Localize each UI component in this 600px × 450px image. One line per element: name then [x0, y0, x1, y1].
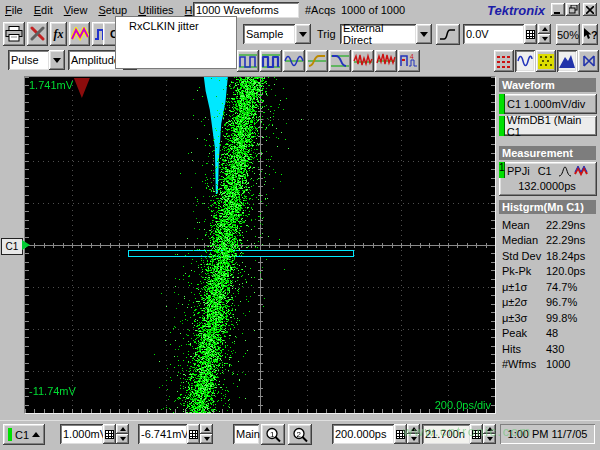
keypad-icon: [105, 430, 114, 439]
svg-text:1: 1: [270, 430, 275, 439]
zoom-1-button[interactable]: 1: [261, 424, 285, 445]
spinner-down-icon[interactable]: [200, 434, 213, 444]
histogram-icon: [558, 53, 576, 69]
fall-time-meas-button[interactable]: [329, 50, 351, 72]
keypad-icon: [396, 430, 405, 439]
restore-button[interactable]: [566, 3, 580, 16]
vertical-offset-input[interactable]: -6.741mV: [138, 424, 187, 444]
spinner-up-icon[interactable]: [116, 424, 129, 434]
period-meas-button[interactable]: [283, 50, 305, 72]
chevron-down-icon[interactable]: [49, 50, 65, 70]
setup-tools-button[interactable]: [27, 22, 48, 46]
pos-width-meas-button[interactable]: [237, 50, 259, 72]
stat-row: μ±2σ96.7%: [497, 295, 600, 311]
channel-select-dropdown[interactable]: C1: [3, 424, 45, 445]
burst-meas-button[interactable]: [352, 50, 374, 72]
spinner-up-icon[interactable]: [538, 24, 551, 34]
context-help-button[interactable]: ?: [582, 24, 598, 45]
menu-view[interactable]: View: [64, 4, 88, 16]
zoom-2-button[interactable]: 2: [288, 424, 312, 445]
waveform-button[interactable]: [69, 22, 90, 46]
tektronix-logo: Tektronix: [487, 3, 545, 18]
keypad-button[interactable]: [103, 424, 116, 444]
keypad-button[interactable]: [394, 424, 407, 444]
histogram-display-button[interactable]: [557, 50, 577, 72]
persistence-display-button[interactable]: [536, 50, 556, 72]
vector-display-button[interactable]: [515, 50, 535, 72]
histogram-stats-list: Mean22.29ns Median22.29ns Std Dev18.24ps…: [497, 217, 600, 372]
channel-marker[interactable]: C1: [1, 238, 23, 255]
math-fx-button[interactable]: fx: [50, 22, 67, 46]
eye-mask-icon: [581, 53, 597, 69]
timing-meas-button[interactable]: 4: [398, 50, 420, 72]
sine-wave-icon: [284, 52, 304, 70]
graticule-area: 1.741mV -11.74mV 200.0ps/div: [24, 76, 496, 414]
waveform-wfmdb1-button[interactable]: WfmDB1 (Main C1: [499, 116, 597, 136]
dashed-rows-icon: [496, 53, 512, 69]
measurement-section-header: Measurement: [499, 146, 596, 160]
dots-display-button[interactable]: [494, 50, 514, 72]
graticule-canvas[interactable]: [25, 77, 495, 413]
spinner-down-icon[interactable]: [483, 434, 496, 444]
magnifier-2-icon: 2: [292, 427, 309, 443]
eye-mask-button[interactable]: [578, 50, 599, 72]
horizontal-delay-input[interactable]: 21.700n: [422, 424, 470, 444]
noisy-waveform-2-icon: [376, 52, 396, 70]
minimize-button[interactable]: [551, 3, 565, 16]
stat-row: #Wfms1000: [497, 357, 600, 373]
histogram-section-header: Histgrm(Mn C1): [499, 200, 596, 214]
keypad-button[interactable]: [524, 24, 537, 44]
measurement-class-combo[interactable]: Pulse: [8, 50, 65, 70]
keypad-button[interactable]: [470, 424, 483, 444]
spinner-up-icon[interactable]: [407, 424, 420, 434]
chevron-down-icon[interactable]: [295, 24, 311, 44]
waveform-c1-button[interactable]: C1 1.000mV/div: [499, 94, 597, 114]
control-sidebar: Waveform C1 1.000mV/div WfmDB1 (Main C1 …: [497, 76, 600, 420]
horizontal-scale-input[interactable]: 200.000ps: [332, 424, 394, 444]
tools-icon: [29, 26, 46, 42]
spinner-up-icon[interactable]: [200, 424, 213, 434]
stat-row: μ±3σ99.8%: [497, 310, 600, 326]
vertical-scale-input[interactable]: 1.000mV/: [60, 424, 103, 444]
cycle-meas-button[interactable]: [375, 50, 397, 72]
stat-row: Std Dev18.24ps: [497, 248, 600, 264]
help-pointer-icon: ?: [583, 27, 597, 42]
spinner-up-icon[interactable]: [483, 424, 496, 434]
stat-row: Peak48: [497, 326, 600, 342]
trigger-slope-button[interactable]: [436, 24, 460, 45]
measurement-name: PPJi: [507, 165, 530, 177]
menu-utilities[interactable]: Utilities: [138, 4, 173, 16]
rise-time-meas-button[interactable]: [306, 50, 328, 72]
close-button[interactable]: [583, 3, 597, 16]
trig-label: Trig: [317, 28, 336, 40]
channel-color-bar: [8, 428, 12, 441]
horizontal-scale-stepper: [407, 424, 420, 444]
waveform-section-header: Waveform: [499, 78, 596, 92]
channel-marker-arrow-icon: [22, 240, 30, 250]
trigger-level-stepper: [538, 24, 551, 44]
spinner-down-icon[interactable]: [538, 34, 551, 44]
menu-edit[interactable]: Edit: [34, 4, 53, 16]
set-fifty-percent-button[interactable]: 50%: [556, 24, 580, 45]
close-icon: [586, 6, 594, 14]
horizontal-mode-display[interactable]: Main: [233, 424, 259, 444]
neg-width-meas-button[interactable]: [260, 50, 282, 72]
mini-waveform-icon: [574, 165, 588, 177]
measurement-value: 132.0000ps: [499, 180, 595, 192]
spinner-down-icon[interactable]: [407, 434, 420, 444]
menu-setup[interactable]: Setup: [98, 4, 127, 16]
acquisition-mode-combo[interactable]: Sample: [243, 24, 311, 44]
keypad-button[interactable]: [187, 424, 200, 444]
measurement-ppji-button[interactable]: 1 PPJi C1 132.0000ps: [499, 162, 597, 196]
rise-time-icon: [307, 52, 327, 70]
print-button[interactable]: [3, 22, 25, 46]
spinner-down-icon[interactable]: [116, 434, 129, 444]
trigger-level-input[interactable]: 0.0V: [463, 24, 524, 44]
stat-row: Mean22.29ns: [497, 217, 600, 233]
vertical-offset-stepper: [200, 424, 213, 444]
menu-file[interactable]: File: [5, 4, 23, 16]
chevron-down-icon[interactable]: [416, 24, 432, 44]
trigger-source-combo[interactable]: External Direct: [340, 24, 432, 44]
measurement-class-value: Pulse: [11, 54, 39, 66]
stat-row: Hits430: [497, 341, 600, 357]
